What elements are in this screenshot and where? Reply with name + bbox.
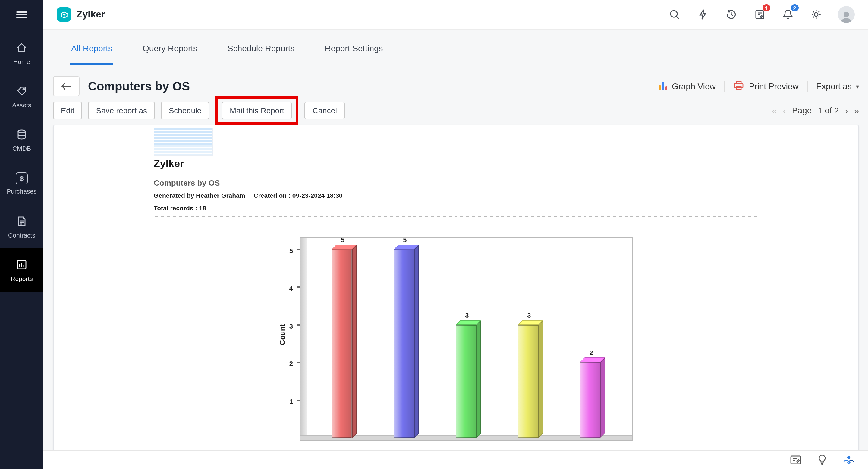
app-window: Home Assets CMDB $ Purchases	[0, 0, 868, 469]
divider	[154, 175, 758, 176]
sidebar-item-reports[interactable]: Reports	[0, 248, 43, 292]
chart-wall	[300, 238, 307, 440]
sidebar-item-label: CMDB	[12, 145, 31, 152]
sidebar-item-assets[interactable]: Assets	[0, 75, 43, 118]
last-page-icon[interactable]: »	[854, 106, 859, 115]
generated-by: Generated by Heather Graham	[154, 192, 245, 199]
chart: 55332 12345 Count	[300, 237, 633, 441]
divider	[807, 81, 808, 92]
chart-ytick-mark	[297, 399, 300, 401]
chart-bar: 5	[394, 249, 414, 438]
feedback-badge: 1	[762, 4, 771, 12]
quick-actions-icon[interactable]	[696, 8, 710, 21]
schedule-button[interactable]: Schedule	[161, 101, 209, 119]
sidebar-item-contracts[interactable]: Contracts	[0, 205, 43, 248]
sidebar-item-label: Contracts	[8, 231, 35, 239]
search-icon[interactable]	[668, 8, 681, 21]
sidebar-item-label: Assets	[12, 101, 31, 108]
footer-bar	[43, 450, 868, 469]
sidebar-item-label: Reports	[10, 275, 33, 282]
cancel-button[interactable]: Cancel	[305, 101, 345, 119]
chart-bar-value-label: 2	[580, 349, 602, 356]
chart-bar: 3	[456, 324, 476, 438]
action-buttons-row: Edit Save report as Schedule Mail this R…	[53, 100, 859, 121]
report-meta: Generated by Heather Graham Created on :…	[154, 192, 343, 199]
back-button[interactable]	[53, 76, 80, 96]
next-page-icon[interactable]: ›	[845, 106, 848, 115]
settings-gear-icon[interactable]	[809, 8, 823, 21]
print-icon	[733, 80, 745, 93]
chevron-down-icon: ▾	[856, 83, 859, 90]
chart-ytick-mark	[297, 286, 300, 287]
sidebar-item-label: Purchases	[7, 187, 36, 194]
chart-ytick-mark	[297, 249, 300, 250]
sidebar: Home Assets CMDB $ Purchases	[0, 0, 43, 469]
menu-toggle-icon[interactable]	[0, 0, 43, 29]
chart-ytick-mark	[297, 362, 300, 363]
chart-ytick-label: 5	[289, 247, 293, 254]
chart-bar-value-label: 3	[456, 311, 478, 319]
cmdb-icon	[16, 128, 28, 142]
contracts-icon	[16, 215, 28, 228]
chart-ytick-label: 3	[289, 322, 293, 330]
community-icon[interactable]	[843, 454, 855, 466]
tabs-bar: All Reports Query Reports Schedule Repor…	[43, 29, 868, 65]
feedback-icon[interactable]: 1	[753, 8, 766, 21]
report-title: Computers by OS	[154, 179, 220, 187]
chart-ytick-label: 2	[289, 360, 293, 367]
sidebar-item-home[interactable]: Home	[0, 31, 43, 75]
print-preview-button[interactable]: Print Preview	[733, 80, 799, 93]
chart-bar-value-label: 5	[394, 236, 416, 243]
chart-bar: 2	[580, 362, 600, 438]
notifications-bell-icon[interactable]: 2	[781, 8, 795, 21]
chart-ylabel: Count	[278, 324, 287, 345]
sidebar-item-label: Home	[13, 58, 30, 65]
reports-icon	[16, 258, 28, 272]
page-label: Page	[792, 105, 812, 115]
divider	[724, 81, 725, 92]
tab-report-settings[interactable]: Report Settings	[324, 43, 384, 64]
prev-page-icon[interactable]: ‹	[783, 106, 786, 115]
tab-query-reports[interactable]: Query Reports	[141, 43, 198, 64]
annotation-highlight: Mail this Report	[215, 96, 299, 124]
sidebar-item-purchases[interactable]: $ Purchases	[0, 162, 43, 205]
lightbulb-icon[interactable]	[816, 454, 828, 466]
graph-view-button[interactable]: Graph View	[659, 82, 716, 91]
brand: Zylker	[43, 7, 105, 22]
feedback-note-icon[interactable]	[789, 454, 802, 466]
history-icon[interactable]	[724, 8, 738, 21]
chart-bar: 3	[518, 324, 538, 438]
save-report-as-button[interactable]: Save report as	[88, 101, 155, 119]
chart-ytick-mark	[297, 324, 300, 325]
brand-name: Zylker	[76, 9, 105, 20]
assets-icon	[16, 85, 28, 98]
report-thumbnail	[154, 128, 213, 156]
chart-bar-value-label: 3	[518, 311, 540, 319]
chart-bar: 5	[332, 249, 352, 438]
brand-logo-icon	[57, 7, 71, 22]
home-icon	[16, 41, 28, 55]
tab-all-reports[interactable]: All Reports	[70, 43, 114, 64]
graph-view-icon	[659, 82, 668, 90]
chart-ytick-label: 1	[289, 398, 293, 405]
pagination: « ‹ Page 1 of 2 › »	[772, 105, 859, 115]
total-records: Total records : 18	[154, 205, 206, 212]
chart-plot: 55332	[300, 237, 633, 441]
mail-this-report-button[interactable]: Mail this Report	[222, 101, 292, 119]
export-as-dropdown[interactable]: Export as ▾	[816, 82, 859, 91]
report-card: Zylker Computers by OS Generated by Heat…	[53, 125, 859, 451]
chart-ytick-label: 4	[289, 285, 293, 292]
header-actions: 1 2	[668, 6, 868, 23]
sidebar-item-cmdb[interactable]: CMDB	[0, 118, 43, 162]
edit-button[interactable]: Edit	[53, 101, 82, 119]
user-avatar[interactable]	[838, 6, 855, 23]
divider	[154, 216, 758, 217]
first-page-icon[interactable]: «	[772, 106, 777, 115]
page-indicator[interactable]: 1 of 2	[818, 105, 839, 115]
page-title: Computers by OS	[88, 79, 190, 93]
tab-schedule-reports[interactable]: Schedule Reports	[226, 43, 296, 64]
chart-bar-value-label: 5	[332, 236, 354, 243]
page-title-row: Computers by OS Graph View Print Preview	[53, 75, 859, 98]
view-actions: Graph View Print Preview Export as ▾	[659, 80, 859, 93]
created-on: Created on : 09-23-2024 18:30	[253, 192, 342, 199]
